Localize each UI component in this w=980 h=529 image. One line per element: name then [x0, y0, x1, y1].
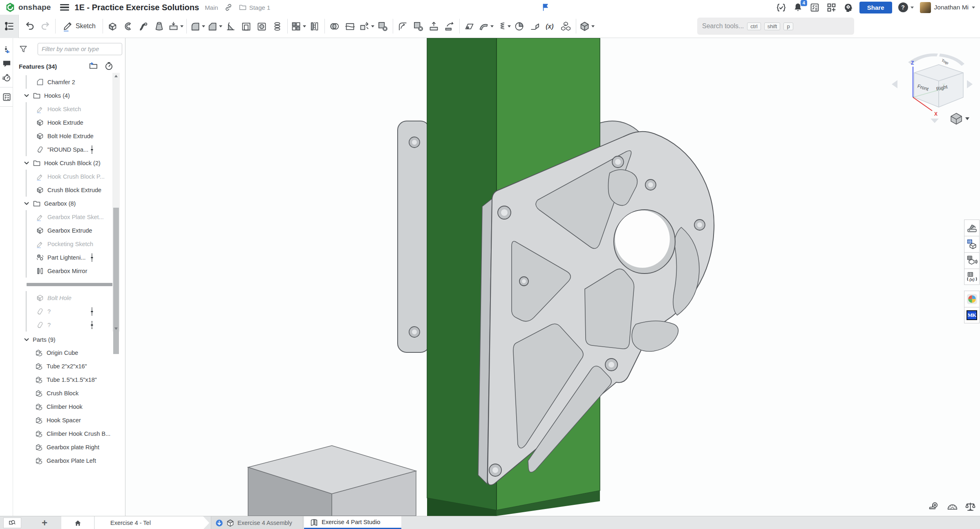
flag-icon[interactable]: [542, 3, 549, 12]
replace-face-button[interactable]: [442, 17, 457, 35]
feature-status-dots-icon[interactable]: [90, 253, 94, 262]
rib-button[interactable]: [270, 17, 285, 35]
fillet-button[interactable]: [189, 17, 206, 35]
thicken-button[interactable]: [167, 17, 184, 35]
user-avatar[interactable]: [920, 2, 931, 13]
feature-item[interactable]: ?: [13, 318, 112, 332]
comments-icon[interactable]: [0, 57, 13, 71]
instances-button[interactable]: [558, 17, 574, 35]
linear-pattern-button[interactable]: [290, 17, 307, 35]
caret-down-icon[interactable]: [219, 25, 222, 27]
part-item[interactable]: Gearbox plate Right: [13, 440, 121, 454]
feature-tree-scrollbar[interactable]: [112, 73, 120, 332]
draft-button[interactable]: [223, 17, 239, 35]
hook-spacer-part[interactable]: [398, 121, 430, 352]
shell-button[interactable]: [239, 17, 254, 35]
expand-caret-icon[interactable]: [24, 337, 29, 343]
help-caret-icon[interactable]: [911, 7, 914, 9]
model-scene[interactable]: Y Top Front Right Z X: [125, 38, 980, 516]
view-cube[interactable]: Y Top Front Right Z X: [892, 54, 973, 124]
feature-status-dots-icon[interactable]: [90, 307, 94, 316]
feature-item[interactable]: Bolt Hole Extrude: [13, 129, 112, 143]
named-views-button[interactable]: [578, 17, 595, 35]
part-item[interactable]: Crush Block: [13, 386, 121, 400]
history-icon[interactable]: [0, 71, 13, 85]
user-menu-caret-icon[interactable]: [972, 7, 975, 9]
feature-item[interactable]: Chamfer 2: [13, 75, 112, 89]
part-item[interactable]: Tube 2"x2"x16": [13, 359, 121, 373]
redo-button[interactable]: [38, 17, 53, 35]
feature-list-toggle-button[interactable]: [0, 15, 19, 38]
share-button[interactable]: Share: [859, 2, 892, 13]
feature-item[interactable]: Hook Crush Block (2): [13, 156, 112, 170]
app-mk-button[interactable]: MK: [964, 307, 980, 323]
graphics-viewport[interactable]: Y Top Front Right Z X: [125, 38, 980, 516]
tab-exercise-4-tel[interactable]: Exercise 4 - Tel: [95, 516, 209, 529]
breadcrumb[interactable]: Stage 1: [249, 4, 271, 11]
appearance-panel-button[interactable]: [964, 220, 980, 236]
insert-feature-icon[interactable]: [0, 43, 13, 57]
offset-surface-button[interactable]: [477, 17, 494, 35]
search-tools[interactable]: Search tools... ctrlshiftp: [697, 18, 854, 35]
configuration-table-button[interactable]: [964, 252, 980, 269]
crush-block-part[interactable]: [248, 446, 416, 516]
parts-section-header[interactable]: Parts (9): [13, 334, 56, 346]
undo-button[interactable]: [22, 17, 38, 35]
learning-center-icon[interactable]: [843, 2, 853, 13]
caret-down-icon[interactable]: [202, 25, 205, 27]
extrude-button[interactable]: [105, 17, 121, 35]
link-icon[interactable]: [224, 3, 233, 12]
mass-properties-button[interactable]: [965, 501, 976, 513]
feature-item[interactable]: Part Lighteni...: [13, 251, 112, 264]
apps-store-icon[interactable]: [826, 2, 837, 13]
caret-down-icon[interactable]: [180, 25, 183, 27]
main-menu-icon[interactable]: [60, 4, 69, 11]
feature-item[interactable]: Gearbox Mirror: [13, 264, 112, 278]
helix-button[interactable]: [494, 17, 512, 35]
tab-exercise-4-assembly[interactable]: Exercise 4 Assembly: [211, 516, 303, 529]
variable-table-button[interactable]: [964, 269, 980, 285]
part-item[interactable]: Hook Spacer: [13, 413, 121, 427]
plane-button[interactable]: [462, 17, 477, 35]
bom-table-button[interactable]: [964, 236, 980, 252]
feature-item[interactable]: Hook Extrude: [13, 116, 112, 129]
protractor-tool-button[interactable]: [947, 501, 958, 513]
tasks-icon[interactable]: [810, 2, 820, 13]
measure-tool-button[interactable]: [929, 501, 940, 513]
scrollbar-thumb[interactable]: [113, 208, 119, 354]
feature-history-button[interactable]: [104, 61, 114, 72]
feature-item[interactable]: Bolt Hole: [13, 291, 112, 305]
revolve-button[interactable]: [121, 17, 136, 35]
help-icon[interactable]: ?: [898, 2, 908, 12]
feature-item[interactable]: Crush Block Extrude: [13, 183, 112, 197]
new-folder-button[interactable]: [89, 61, 98, 72]
caret-down-icon[interactable]: [371, 25, 374, 27]
part-item[interactable]: Tube 1.5"x1.5"x18": [13, 373, 121, 386]
dev-api-icon[interactable]: [776, 2, 786, 13]
caret-down-icon[interactable]: [490, 25, 494, 27]
part-item[interactable]: Gearbox Plate Left: [13, 454, 121, 467]
search-tabs-button[interactable]: [3, 518, 21, 528]
scroll-down-button[interactable]: [112, 325, 120, 332]
hole-button[interactable]: [254, 17, 270, 35]
feature-item[interactable]: [13, 278, 112, 291]
feature-status-dots-icon[interactable]: [90, 145, 94, 154]
modify-fillet-button[interactable]: [395, 17, 411, 35]
expand-caret-icon[interactable]: [24, 93, 29, 99]
version-label[interactable]: Main: [205, 4, 218, 11]
caret-down-icon[interactable]: [591, 25, 595, 27]
view-options-button[interactable]: [951, 113, 969, 124]
onshape-logo[interactable]: onshape: [5, 2, 51, 13]
move-face-button[interactable]: [426, 17, 442, 35]
caret-down-icon[interactable]: [508, 25, 511, 27]
new-tab-button[interactable]: +: [37, 516, 52, 529]
app-colored-button[interactable]: [964, 291, 980, 307]
expand-caret-icon[interactable]: [24, 201, 29, 206]
part-item[interactable]: Origin Cube: [13, 346, 121, 359]
tab-exercise-4-part-studio[interactable]: Exercise 4 Part Studio: [304, 516, 401, 529]
variable-button[interactable]: [543, 17, 558, 35]
sweep-button[interactable]: [136, 17, 152, 35]
caret-down-icon[interactable]: [303, 25, 306, 27]
feature-item[interactable]: Gearbox Plate Sket...: [13, 210, 112, 224]
home-tab-button[interactable]: [61, 516, 94, 529]
